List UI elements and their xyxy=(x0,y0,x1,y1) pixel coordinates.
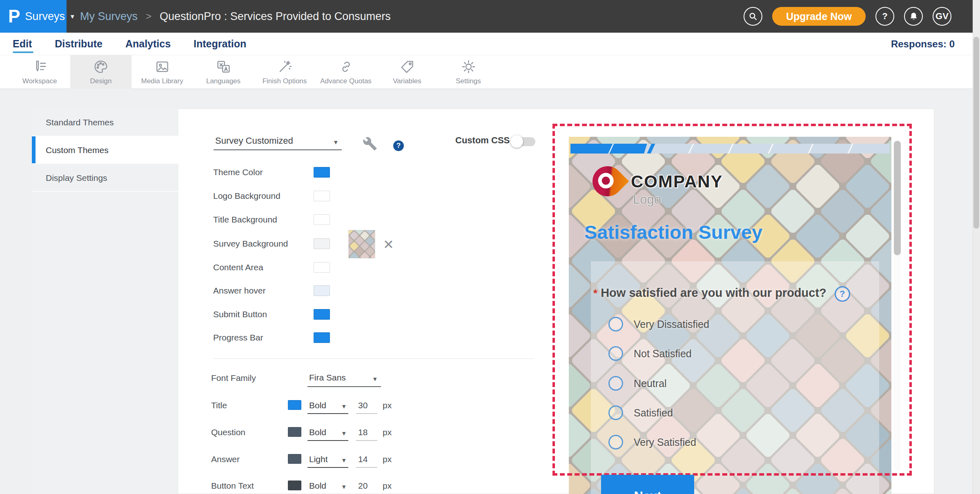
button-text-size-input[interactable]: 20 xyxy=(358,481,368,491)
help-button[interactable]: ? xyxy=(875,7,894,26)
answer-weight-select[interactable]: Light xyxy=(309,454,328,464)
answer-option[interactable]: Not Satisfied xyxy=(608,346,692,361)
answer-hover-swatch[interactable] xyxy=(314,285,330,296)
font-family-underline xyxy=(307,386,381,387)
progress-bar-swatch[interactable] xyxy=(314,332,330,343)
toolbar-item-languages[interactable]: Languages xyxy=(193,55,254,89)
question-weight-select[interactable]: Bold xyxy=(309,427,326,437)
chevron-down-icon[interactable]: ▾ xyxy=(373,375,377,383)
toolbar-item-variables[interactable]: Variables xyxy=(376,55,438,89)
theme-select-underline xyxy=(214,149,342,150)
tab-edit[interactable]: Edit xyxy=(13,36,32,52)
survey-question-text: How satisfied are you with our product? xyxy=(601,286,826,300)
chevron-down-icon[interactable]: ▾ xyxy=(334,138,338,146)
wrench-icon[interactable] xyxy=(363,136,377,151)
radio-icon[interactable] xyxy=(608,405,623,420)
answer-option-label: Not Satisfied xyxy=(634,348,692,360)
button-text-color-swatch[interactable] xyxy=(288,481,301,490)
search-icon xyxy=(748,11,758,21)
tab-integration[interactable]: Integration xyxy=(194,36,246,52)
font-family-select[interactable]: Fira Sans xyxy=(309,373,346,383)
color-row-label: Title Background xyxy=(213,215,277,225)
required-marker: * xyxy=(593,286,597,300)
survey-background-thumbnail[interactable] xyxy=(348,230,375,258)
tab-analytics[interactable]: Analytics xyxy=(125,36,171,52)
radio-icon[interactable] xyxy=(608,435,623,449)
active-indicator xyxy=(32,136,36,163)
color-row-label: Theme Color xyxy=(213,167,263,177)
question-color-swatch[interactable] xyxy=(288,427,301,437)
sidebar-item-custom-themes[interactable]: Custom Themes xyxy=(32,136,178,164)
notifications-button[interactable] xyxy=(904,7,923,26)
page-scrollbar-thumb[interactable] xyxy=(973,37,979,229)
answer-option[interactable]: Neutral xyxy=(608,376,667,391)
survey-preview-title: Satisfaction Survey xyxy=(584,221,762,243)
settings-icon xyxy=(461,59,476,74)
toolbar-item-label: Settings xyxy=(456,77,481,85)
toolbar-item-advance-quotas[interactable]: Advance Quotas xyxy=(315,55,376,89)
logo-background-swatch[interactable] xyxy=(314,191,330,201)
title-weight-select[interactable]: Bold xyxy=(309,401,326,410)
bell-icon xyxy=(909,11,919,22)
answer-option[interactable]: Satisfied xyxy=(608,405,673,420)
questionpro-logo-icon: P xyxy=(8,7,20,25)
surveys-menu[interactable]: P Surveys ▾ xyxy=(0,0,67,33)
answer-option-label: Very Dissatisfied xyxy=(634,318,709,330)
themes-sidebar: Standard Themes Custom Themes Display Se… xyxy=(32,109,178,494)
upgrade-now-button[interactable]: Upgrade Now xyxy=(772,7,866,26)
sidebar-item-display-settings[interactable]: Display Settings xyxy=(32,164,178,192)
radio-icon[interactable] xyxy=(608,346,623,361)
tab-distribute[interactable]: Distribute xyxy=(55,36,102,52)
toolbar-item-settings[interactable]: Settings xyxy=(438,55,499,89)
breadcrumb: My Surveys > QuestionPro : Services Prov… xyxy=(80,0,391,33)
content-area-swatch[interactable] xyxy=(314,262,330,273)
pin-dot xyxy=(600,175,612,186)
title-background-swatch[interactable] xyxy=(314,214,330,225)
submit-button-swatch[interactable] xyxy=(314,309,330,320)
title-size-input[interactable]: 30 xyxy=(358,401,368,410)
breadcrumb-my-surveys[interactable]: My Surveys xyxy=(80,10,138,23)
preview-scrollbar-thumb[interactable] xyxy=(894,141,901,255)
toolbar-item-media-library[interactable]: Media Library xyxy=(131,55,193,89)
remove-background-image-button close-icon[interactable]: ✕ xyxy=(383,237,394,252)
toolbar-item-finish-options[interactable]: Finish Options xyxy=(254,55,315,89)
next-button[interactable]: Next xyxy=(601,475,694,494)
search-button[interactable] xyxy=(744,7,762,26)
chevron-down-icon[interactable]: ▾ xyxy=(342,429,346,437)
surveys-menu-label: Surveys xyxy=(25,10,65,23)
question-size-input[interactable]: 18 xyxy=(358,427,368,437)
toolbar-items: Workspace Design Media Library Languages… xyxy=(9,55,499,89)
color-row-label: Submit Button xyxy=(213,309,267,319)
company-logo-tagline: Logo xyxy=(633,192,661,207)
radio-icon[interactable] xyxy=(608,317,623,332)
toolbar-item-label: Finish Options xyxy=(263,77,307,85)
responses-count[interactable]: Responses: 0 xyxy=(891,38,955,50)
chevron-down-icon[interactable]: ▾ xyxy=(342,483,346,491)
toolbar-item-label: Advance Quotas xyxy=(320,77,372,85)
chevron-down-icon[interactable]: ▾ xyxy=(342,456,346,464)
answer-color-swatch[interactable] xyxy=(288,454,301,464)
answer-option-label: Very Satisfied xyxy=(634,436,696,448)
theme-help-icon[interactable]: ? xyxy=(393,140,404,151)
sidebar-item-standard-themes[interactable]: Standard Themes xyxy=(32,109,178,136)
answer-option[interactable]: Very Dissatisfied xyxy=(608,317,709,332)
toolbar-item-design[interactable]: Design xyxy=(70,55,131,89)
answer-size-input[interactable]: 14 xyxy=(358,454,368,464)
preview-scrollbar[interactable] xyxy=(894,141,901,471)
survey-background-swatch[interactable] xyxy=(314,238,330,249)
survey-title-breadcrumb: QuestionPro : Services Provided to Consu… xyxy=(160,10,391,23)
question-help-icon[interactable]: ? xyxy=(835,286,850,302)
toolbar-item-workspace[interactable]: Workspace xyxy=(9,55,70,89)
theme-color-swatch[interactable] xyxy=(314,167,330,178)
radio-icon[interactable] xyxy=(608,376,623,391)
survey-preview-panel: COMPANY Logo Satisfaction Survey * How s… xyxy=(569,137,891,494)
title-color-swatch[interactable] xyxy=(288,400,301,410)
custom-css-toggle[interactable] xyxy=(512,137,535,146)
theme-select[interactable]: Survey Customized xyxy=(215,136,293,146)
chevron-down-icon[interactable]: ▾ xyxy=(342,402,346,410)
answer-option[interactable]: Very Satisfied xyxy=(608,435,696,449)
avatar[interactable]: GV xyxy=(933,7,951,26)
color-row-label: Content Area xyxy=(213,263,263,272)
button-text-weight-select[interactable]: Bold xyxy=(309,481,326,491)
color-row-label: Progress Bar xyxy=(213,333,263,343)
